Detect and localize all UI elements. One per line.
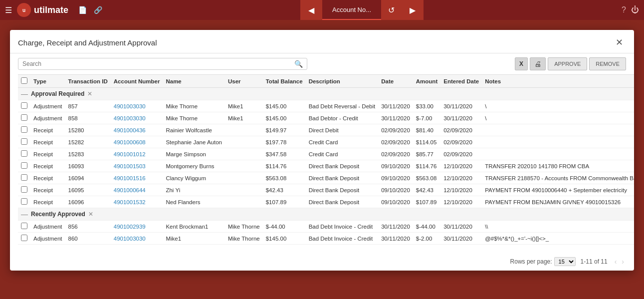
row-checkbox[interactable] — [21, 114, 27, 121]
row-user — [225, 184, 263, 196]
row-user — [225, 160, 263, 172]
row-date: 02/09/2020 — [378, 124, 413, 136]
section-title: Recently Approved — [31, 211, 85, 218]
account-number-link[interactable]: 4901003030 — [114, 103, 146, 109]
row-user — [225, 172, 263, 184]
section-close-icon[interactable]: ✕ — [88, 211, 93, 218]
modal-title: Charge, Receipt and Adjustment Approval — [18, 38, 157, 47]
account-number-link[interactable]: 4901001516 — [114, 175, 146, 181]
page-info: 1-11 of 11 — [581, 258, 608, 265]
row-notes — [482, 148, 634, 160]
row-checkbox-cell — [18, 184, 30, 196]
row-checkbox[interactable] — [21, 138, 27, 145]
row-checkbox[interactable] — [21, 174, 27, 181]
row-account-number[interactable]: 4901001503 — [111, 160, 163, 172]
row-checkbox[interactable] — [21, 223, 27, 229]
col-total-balance: Total Balance — [263, 75, 306, 88]
next-page-button[interactable]: › — [620, 257, 626, 267]
hamburger-icon[interactable]: ☰ — [5, 5, 12, 15]
search-icon: 🔍 — [294, 60, 303, 68]
row-entered-date: 02/09/2020 — [440, 136, 482, 148]
account-number-link[interactable]: 4901000644 — [114, 187, 146, 193]
logo-icon: u — [17, 3, 31, 17]
row-checkbox[interactable] — [21, 102, 27, 109]
row-checkbox[interactable] — [21, 198, 27, 205]
search-input[interactable] — [22, 60, 294, 67]
row-name: Rainier Wolfcastle — [163, 124, 225, 136]
nav-forward-button[interactable]: ▶ — [402, 0, 424, 20]
col-description: Description — [306, 75, 379, 88]
row-entered-date: 30/11/2020 — [440, 100, 482, 112]
account-number-link[interactable]: 4901001012 — [114, 151, 146, 157]
modal-close-button[interactable]: ✕ — [613, 36, 626, 49]
section-title: Approval Required — [31, 90, 84, 97]
row-checkbox[interactable] — [21, 186, 27, 193]
power-icon[interactable]: ⏻ — [631, 5, 639, 14]
row-notes — [482, 124, 634, 136]
refresh-button[interactable]: ↺ — [381, 0, 402, 20]
account-number-link[interactable]: 4901003030 — [114, 115, 146, 121]
row-checkbox[interactable] — [21, 126, 27, 133]
table-row: Adjustment 857 4901003030 Mike Thorne Mi… — [18, 100, 634, 112]
print-button[interactable]: 🖨 — [530, 57, 546, 70]
row-date: 30/11/2020 — [378, 112, 413, 124]
row-transaction-id: 15283 — [65, 148, 111, 160]
row-total-balance: $563.08 — [263, 172, 306, 184]
row-account-number[interactable]: 4901001532 — [111, 196, 163, 208]
row-account-number[interactable]: 4901000436 — [111, 124, 163, 136]
approve-button[interactable]: APPROVE — [548, 57, 587, 70]
account-number-link[interactable]: 4901001503 — [114, 163, 146, 169]
row-checkbox[interactable] — [21, 162, 27, 169]
row-account-number[interactable]: 4901001012 — [111, 148, 163, 160]
row-name: Stephanie Jane Auton — [163, 136, 225, 148]
section-dash: — — [21, 90, 28, 98]
excel-button[interactable]: X — [515, 57, 528, 70]
row-date: 09/10/2020 — [378, 172, 413, 184]
row-user — [225, 124, 263, 136]
row-name: Clancy Wiggum — [163, 172, 225, 184]
account-number-link[interactable]: 4901003030 — [114, 236, 146, 242]
row-notes: \ — [482, 112, 634, 124]
row-amount: $81.40 — [413, 124, 440, 136]
modal: Charge, Receipt and Adjustment Approval … — [10, 30, 634, 271]
account-number-link[interactable]: 4901000436 — [114, 127, 146, 133]
rows-per-page-select[interactable]: 15 25 50 — [554, 257, 576, 266]
account-number-link[interactable]: 4901002939 — [114, 224, 146, 230]
row-transaction-id: 15282 — [65, 136, 111, 148]
topbar: ☰ u utilmate 📄 🔗 ◀ Account No... ↺ ▶ ? ⏻ — [0, 0, 644, 20]
remove-button[interactable]: REMOVE — [589, 57, 626, 70]
section-close-icon[interactable]: ✕ — [87, 90, 92, 97]
row-user: Mike Thorne — [225, 233, 263, 245]
row-notes: PAYMENT FROM BENJAMIN GIVNEY 49010015326 — [482, 196, 634, 208]
row-account-number[interactable]: 4901000644 — [111, 184, 163, 196]
table-row: Receipt 16094 4901001516 Clancy Wiggum $… — [18, 172, 634, 184]
account-tab[interactable]: Account No... — [322, 0, 381, 20]
table-row: Receipt 15282 4901000608 Stephanie Jane … — [18, 136, 634, 148]
row-user — [225, 136, 263, 148]
row-checkbox[interactable] — [21, 150, 27, 157]
account-number-link[interactable]: 4901001532 — [114, 199, 146, 205]
row-account-number[interactable]: 4901000608 — [111, 136, 163, 148]
help-icon[interactable]: ? — [622, 5, 626, 14]
row-description: Credit Card — [306, 148, 379, 160]
row-checkbox[interactable] — [21, 235, 27, 241]
prev-page-button[interactable]: ‹ — [613, 257, 619, 267]
row-description: Direct Bank Deposit — [306, 172, 379, 184]
document-icon[interactable]: 📄 — [78, 6, 87, 14]
row-description: Direct Bank Deposit — [306, 196, 379, 208]
row-account-number[interactable]: 4901003030 — [111, 100, 163, 112]
share-icon[interactable]: 🔗 — [94, 6, 102, 14]
row-account-number[interactable]: 4901003030 — [111, 233, 163, 245]
row-account-number[interactable]: 4901002939 — [111, 221, 163, 233]
select-all-checkbox[interactable] — [21, 77, 27, 84]
col-account-number: Account Number — [111, 75, 163, 88]
row-account-number[interactable]: 4901001516 — [111, 172, 163, 184]
page-nav: ‹ › — [613, 257, 626, 267]
row-total-balance: $145.00 — [263, 112, 306, 124]
row-notes: \\ — [482, 221, 634, 233]
row-amount: $85.77 — [413, 148, 440, 160]
nav-back-button[interactable]: ◀ — [300, 0, 322, 20]
row-account-number[interactable]: 4901003030 — [111, 112, 163, 124]
account-number-link[interactable]: 4901000608 — [114, 139, 146, 145]
row-amount: $563.08 — [413, 172, 440, 184]
